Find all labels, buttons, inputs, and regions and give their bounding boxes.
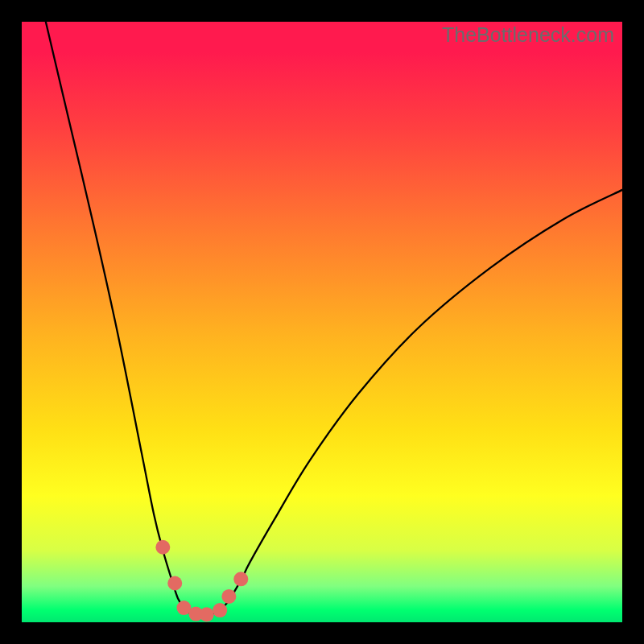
curve-left-branch xyxy=(46,22,202,617)
highlight-marker xyxy=(200,607,214,621)
highlight-marker xyxy=(233,572,248,586)
chart-canvas: TheBottleneck.com xyxy=(0,0,644,644)
highlight-marker xyxy=(167,576,182,591)
highlight-marker xyxy=(155,540,170,555)
highlight-markers xyxy=(155,540,248,622)
highlight-marker xyxy=(221,589,236,604)
curve-layer xyxy=(22,22,622,622)
plot-area: TheBottleneck.com xyxy=(22,22,622,622)
curve-right-branch xyxy=(202,190,622,617)
highlight-marker xyxy=(213,603,227,617)
